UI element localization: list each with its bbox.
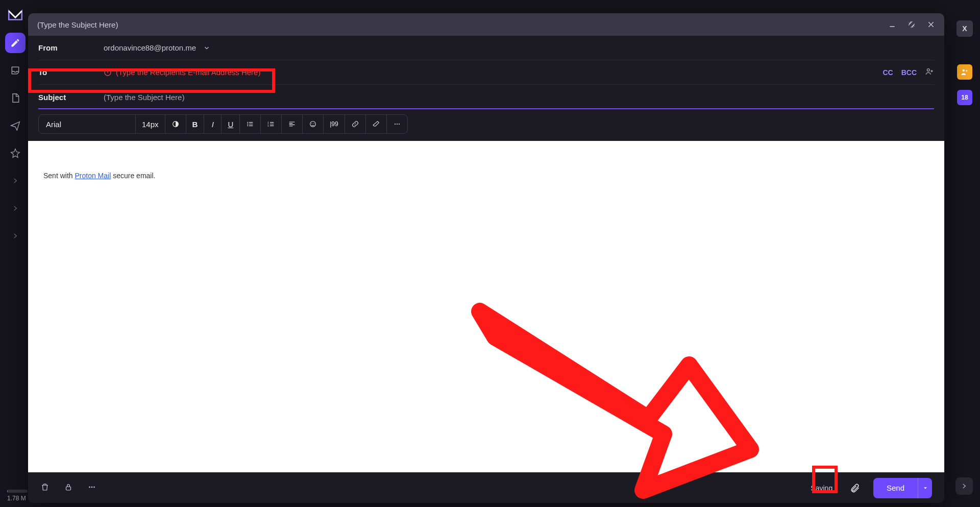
attachment-button[interactable] xyxy=(846,479,864,497)
bcc-button[interactable]: BCC xyxy=(901,68,917,77)
to-input[interactable]: (Type the Recipients E-mail Address Here… xyxy=(104,68,883,77)
subject-underline xyxy=(38,108,934,109)
left-rail xyxy=(0,0,31,507)
svg-point-1 xyxy=(966,70,967,71)
encryption-button[interactable] xyxy=(64,482,73,494)
account-avatar[interactable]: X xyxy=(957,20,973,37)
more-horizontal-icon xyxy=(393,120,401,128)
collapse-button[interactable] xyxy=(908,20,916,29)
half-circle-icon xyxy=(172,120,180,128)
titlebar-subject: (Type the Subject Here) xyxy=(37,20,118,29)
from-address: ordonavince88@proton.me xyxy=(104,43,196,52)
more-options-button[interactable] xyxy=(87,482,96,494)
to-row: To (Type the Recipients E-mail Address H… xyxy=(38,60,934,85)
svg-point-6 xyxy=(248,124,249,125)
compose-header-fields: From ordonavince88@proton.me To (Type th… xyxy=(28,36,944,109)
link-icon xyxy=(351,120,359,128)
drafts-icon[interactable] xyxy=(5,88,26,108)
from-address-dropdown[interactable]: ordonavince88@proton.me xyxy=(104,43,934,52)
folder-expand-3-icon[interactable] xyxy=(5,226,26,246)
blockquote-button[interactable]: |99 xyxy=(324,115,345,133)
send-button[interactable]: Send xyxy=(873,478,918,498)
chevron-down-icon xyxy=(203,44,210,52)
numbered-list-icon: 123 xyxy=(267,120,275,128)
svg-point-7 xyxy=(248,125,249,126)
bold-button[interactable]: B xyxy=(186,115,205,133)
cc-bcc-group: CC BCC xyxy=(883,67,934,78)
alignment-button[interactable] xyxy=(282,115,303,133)
new-message-button[interactable] xyxy=(5,33,26,53)
emoji-button[interactable] xyxy=(303,115,324,133)
svg-point-19 xyxy=(91,486,93,488)
italic-button[interactable]: I xyxy=(204,115,222,133)
body-prefix: Sent with xyxy=(43,172,75,180)
to-label: To xyxy=(38,68,104,77)
unordered-list-button[interactable] xyxy=(240,115,261,133)
font-size-select[interactable]: 14px xyxy=(136,115,165,133)
svg-point-13 xyxy=(314,123,314,124)
storage-bar xyxy=(7,490,28,493)
delete-draft-button[interactable] xyxy=(40,482,50,494)
folder-expand-2-icon[interactable] xyxy=(5,198,26,219)
svg-point-15 xyxy=(397,124,398,125)
collapse-right-rail-button[interactable] xyxy=(955,477,973,495)
cc-button[interactable]: CC xyxy=(883,68,893,77)
close-button[interactable] xyxy=(927,20,935,29)
folder-expand-1-icon[interactable] xyxy=(5,171,26,191)
svg-text:3: 3 xyxy=(268,125,270,127)
trash-icon xyxy=(40,482,50,492)
format-toolbar: Arial 14px B I U 123 |99 xyxy=(38,114,408,134)
paperclip-icon xyxy=(850,483,860,493)
subject-input[interactable] xyxy=(104,93,934,102)
sent-icon[interactable] xyxy=(5,115,26,136)
subject-row: Subject xyxy=(38,85,934,109)
svg-point-18 xyxy=(89,486,90,488)
inbox-icon[interactable] xyxy=(5,60,26,81)
text-color-button[interactable] xyxy=(165,115,186,133)
body-suffix: secure email. xyxy=(111,172,155,180)
message-body-editor[interactable]: Sent with Proton Mail secure email. xyxy=(28,141,944,472)
caret-down-icon xyxy=(922,485,928,491)
svg-point-16 xyxy=(399,124,400,125)
subject-label: Subject xyxy=(38,93,104,102)
minimize-button[interactable] xyxy=(888,20,896,29)
right-rail: X 18 xyxy=(949,0,980,507)
contacts-app-icon[interactable] xyxy=(957,64,972,80)
bullet-list-icon xyxy=(246,120,254,128)
send-options-button[interactable] xyxy=(918,478,932,498)
align-left-icon xyxy=(288,120,296,128)
contact-picker-button[interactable] xyxy=(925,67,934,78)
proton-logo xyxy=(5,5,26,26)
font-family-select[interactable]: Arial xyxy=(39,115,136,133)
more-horizontal-icon xyxy=(87,482,96,492)
svg-point-12 xyxy=(312,123,312,124)
alert-icon xyxy=(104,68,112,77)
titlebar[interactable]: (Type the Subject Here) xyxy=(28,13,944,36)
svg-point-20 xyxy=(93,486,95,488)
footer-left-actions xyxy=(40,482,96,494)
emoji-icon xyxy=(309,120,317,128)
compose-footer: Saving . Send xyxy=(28,472,944,503)
link-button[interactable] xyxy=(345,115,366,133)
more-format-button[interactable] xyxy=(387,115,407,133)
starred-icon[interactable] xyxy=(5,143,26,163)
titlebar-actions xyxy=(888,20,935,29)
compose-window: (Type the Subject Here) From ordonavince… xyxy=(28,13,944,503)
from-row: From ordonavince88@proton.me xyxy=(38,36,934,60)
ordered-list-button[interactable]: 123 xyxy=(261,115,282,133)
svg-point-0 xyxy=(963,69,965,72)
eraser-icon xyxy=(372,120,380,128)
footer-right-actions: Saving . Send xyxy=(811,478,932,498)
proton-mail-link[interactable]: Proton Mail xyxy=(75,172,111,180)
svg-point-3 xyxy=(927,69,929,71)
svg-point-5 xyxy=(248,122,249,123)
underline-button[interactable]: U xyxy=(222,115,240,133)
to-placeholder: (Type the Recipients E-mail Address Here… xyxy=(104,68,260,77)
lock-icon xyxy=(64,482,73,492)
storage-label: 1.78 M xyxy=(7,495,26,502)
svg-rect-17 xyxy=(66,487,71,490)
from-label: From xyxy=(38,43,104,52)
calendar-app-icon[interactable]: 18 xyxy=(957,90,972,105)
saving-status: Saving . xyxy=(811,484,837,492)
clear-format-button[interactable] xyxy=(366,115,387,133)
